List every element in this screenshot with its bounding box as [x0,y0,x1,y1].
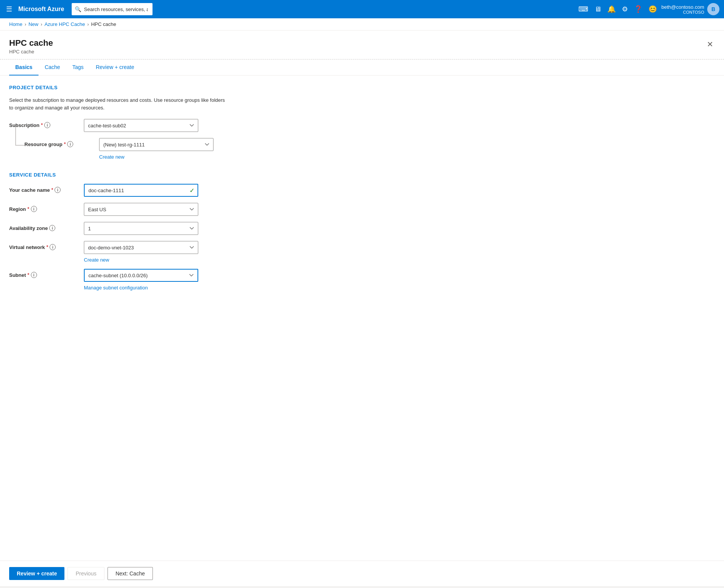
review-create-button[interactable]: Review + create [9,567,64,580]
virtual-network-control: doc-demo-vnet-1023 Create new [84,241,198,263]
cache-name-control: ✓ [84,184,198,197]
availability-zone-label: Availability zone i [9,222,78,231]
tab-basics[interactable]: Basics [9,59,39,76]
tab-cache[interactable]: Cache [39,59,66,76]
topbar: ☰ Microsoft Azure 🔍 ⌨ 🖥 🔔 ⚙ ❓ 😊 beth@con… [0,0,724,18]
az-info-icon[interactable]: i [49,225,55,231]
breadcrumb: Home › New › Azure HPC Cache › HPC cache [0,18,724,31]
region-control: East US [84,203,198,216]
page-title-area: HPC cache HPC cache [9,38,53,55]
create-new-vnet-link[interactable]: Create new [84,257,198,263]
subnet-required: * [27,272,29,278]
resource-group-label: Resource group * i [24,138,93,147]
cache-name-row: Your cache name * i ✓ [9,184,715,197]
next-button[interactable]: Next: Cache [108,567,153,580]
main-container: HPC cache HPC cache ✕ Basics Cache Tags … [0,31,724,586]
region-info-icon[interactable]: i [31,206,37,212]
availability-zone-select[interactable]: 1 [84,222,198,235]
breadcrumb-home[interactable]: Home [9,21,22,27]
vnet-info-icon[interactable]: i [50,244,56,250]
valid-check-icon: ✓ [189,187,194,194]
region-row: Region * i East US [9,203,715,216]
help-icon[interactable]: ❓ [634,5,642,13]
availability-zone-row: Availability zone i 1 [9,222,715,235]
avatar: B [707,3,719,15]
footer: Review + create Previous Next: Cache [0,561,724,586]
previous-button: Previous [67,567,104,580]
resource-group-control: (New) test-rg-1111 Create new [99,138,214,160]
user-menu[interactable]: beth@contoso.com CONTOSO B [661,3,719,15]
brand-name: Microsoft Azure [18,6,64,13]
subscription-row: Subscription * i cache-test-sub02 [9,119,715,132]
user-org: CONTOSO [661,10,704,14]
rg-info-icon[interactable]: i [67,141,73,147]
region-label: Region * i [9,203,78,212]
breadcrumb-sep-1: › [25,22,26,27]
subscription-label: Subscription * i [9,119,78,128]
tab-tags[interactable]: Tags [66,59,90,76]
virtual-network-row: Virtual network * i doc-demo-vnet-1023 C… [9,241,715,263]
virtual-network-label: Virtual network * i [9,241,78,250]
manage-subnet-link[interactable]: Manage subnet configuration [84,285,198,291]
region-required: * [27,206,29,212]
service-details-section: SERVICE DETAILS Your cache name * i ✓ [9,172,715,291]
close-button[interactable]: ✕ [705,38,715,50]
subnet-info-icon[interactable]: i [31,272,37,278]
page-subtitle: HPC cache [9,49,53,55]
page-title: HPC cache [9,38,53,48]
resource-group-select[interactable]: (New) test-rg-1111 [99,138,214,151]
vnet-required: * [47,244,48,250]
breadcrumb-new[interactable]: New [29,21,39,27]
availability-zone-control: 1 [84,222,198,235]
menu-icon[interactable]: ☰ [5,3,14,15]
tabs: Basics Cache Tags Review + create [0,59,724,76]
project-details-section: PROJECT DETAILS Select the subscription … [9,85,715,160]
subscription-select[interactable]: cache-test-sub02 [84,119,198,132]
breadcrumb-azure-hpc[interactable]: Azure HPC Cache [45,21,85,27]
feedback-icon[interactable]: 😊 [649,5,657,13]
tab-review-create[interactable]: Review + create [90,59,140,76]
subscription-control: cache-test-sub02 [84,119,198,132]
resource-group-row: Resource group * i (New) test-rg-1111 Cr… [9,138,715,160]
rg-required: * [64,141,66,147]
breadcrumb-current: HPC cache [91,21,116,27]
cache-name-info-icon[interactable]: i [55,187,61,193]
bell-icon[interactable]: 🔔 [607,5,616,13]
cache-name-input[interactable] [84,184,198,197]
create-new-rg-link[interactable]: Create new [99,154,214,160]
search-input[interactable] [72,3,153,15]
search-wrapper: 🔍 [72,3,224,15]
page-header: HPC cache HPC cache ✕ [0,31,724,59]
subnet-select[interactable]: cache-subnet (10.0.0.0/26) [84,269,198,282]
subnet-label: Subnet * i [9,269,78,278]
subnet-row: Subnet * i cache-subnet (10.0.0.0/26) Ma… [9,269,715,291]
topbar-icons: ⌨ 🖥 🔔 ⚙ ❓ 😊 [578,5,657,13]
user-email: beth@contoso.com [661,4,704,10]
breadcrumb-sep-2: › [41,22,42,27]
content-area: PROJECT DETAILS Select the subscription … [0,76,724,561]
virtual-network-select[interactable]: doc-demo-vnet-1023 [84,241,198,254]
settings-icon[interactable]: ⚙ [622,5,628,13]
search-icon: 🔍 [75,6,81,12]
cache-name-required: * [51,187,53,193]
service-details-title: SERVICE DETAILS [9,172,715,178]
region-select[interactable]: East US [84,203,198,216]
cache-name-label: Your cache name * i [9,184,78,193]
project-details-title: PROJECT DETAILS [9,85,715,90]
cache-name-input-wrapper: ✓ [84,184,198,197]
terminal-icon[interactable]: ⌨ [578,5,588,13]
subscription-required: * [41,122,43,128]
subnet-control: cache-subnet (10.0.0.0/26) Manage subnet… [84,269,198,291]
user-info: beth@contoso.com CONTOSO [661,4,704,14]
project-details-desc: Select the subscription to manage deploy… [9,96,230,111]
breadcrumb-sep-3: › [87,22,89,27]
subscription-info-icon[interactable]: i [44,122,50,128]
portal-icon[interactable]: 🖥 [594,5,601,13]
